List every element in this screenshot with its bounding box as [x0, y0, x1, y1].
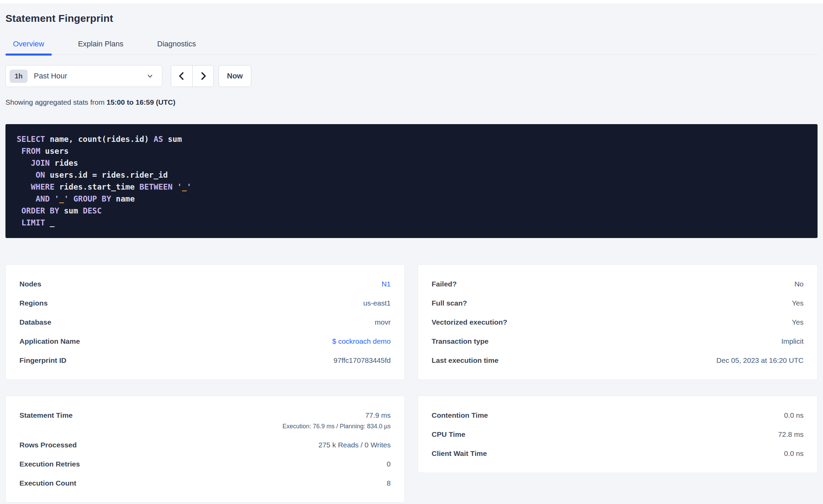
stat-label: Application Name	[19, 337, 80, 345]
stat-row: Transaction typeImplicit	[432, 337, 804, 345]
time-range-arrows	[171, 65, 214, 87]
stat-value: 72.8 ms	[778, 430, 804, 438]
next-range-button[interactable]	[192, 65, 213, 87]
stat-value-wrap: 0	[387, 460, 391, 468]
stat-subvalue: Execution: 76.9 ms / Planning: 834.0 µs	[282, 423, 391, 430]
time-range-value: Past Hour	[34, 72, 146, 80]
stat-row: Vectorized execution?Yes	[432, 318, 804, 326]
stat-value: us-east1	[363, 299, 391, 307]
stat-row: Full scan?Yes	[432, 299, 804, 307]
stat-label: Fingerprint ID	[19, 356, 66, 365]
sql-line: LIMIT _	[17, 217, 807, 229]
stat-value: Implicit	[781, 337, 804, 345]
statement-timing-card: Statement Time77.9 msExecution: 76.9 ms …	[5, 396, 405, 503]
stat-label: Failed?	[432, 280, 457, 288]
stat-label: Vectorized execution?	[432, 318, 507, 326]
stat-label: Transaction type	[432, 337, 489, 345]
stat-label: Execution Count	[19, 479, 76, 487]
stat-value-wrap: 275 k Reads / 0 Writes	[318, 441, 391, 449]
stat-row: Failed?No	[432, 280, 804, 288]
sql-statement-code: SELECT name, count(rides.id) AS sum FROM…	[17, 133, 807, 229]
stat-label: Rows Processed	[19, 441, 77, 449]
sql-line: ORDER BY sum DESC	[17, 205, 807, 217]
stat-row: NodesN1	[19, 280, 391, 288]
stat-row: Statement Time77.9 msExecution: 76.9 ms …	[19, 411, 391, 430]
stat-value-wrap: No	[794, 280, 804, 288]
stat-label: Execution Retries	[19, 460, 80, 468]
page-title: Statement Fingerprint	[5, 12, 818, 25]
stat-value: No	[794, 280, 804, 288]
stat-value-wrap: 97ffc170783445fd	[333, 356, 391, 365]
stat-value-wrap: Yes	[792, 299, 804, 307]
stat-value: 0.0 ns	[784, 449, 804, 457]
sql-statement-box: SELECT name, count(rides.id) AS sum FROM…	[5, 124, 818, 238]
stat-label: Full scan?	[432, 299, 467, 307]
summary-range: 15:00 to 16:59 (UTC)	[107, 98, 176, 106]
stat-label: Client Wait Time	[432, 449, 487, 458]
prev-range-button[interactable]	[171, 65, 192, 87]
statement-attributes-card: Failed?NoFull scan?YesVectorized executi…	[418, 264, 818, 380]
stat-value: 0.0 ns	[784, 411, 804, 419]
stat-label: Last execution time	[432, 356, 498, 365]
tab-overview[interactable]: Overview	[5, 35, 52, 55]
stat-row: Fingerprint ID97ffc170783445fd	[19, 356, 391, 365]
stat-row: CPU Time72.8 ms	[432, 430, 804, 439]
aggregated-stats-summary: Showing aggregated stats from 15:00 to 1…	[5, 98, 818, 106]
stat-value: 0	[387, 460, 391, 468]
sql-line: AND '_' GROUP BY name	[17, 193, 807, 205]
stat-value-wrap: 0.0 ns	[784, 449, 804, 458]
stat-value-wrap: 72.8 ms	[778, 430, 804, 439]
stat-label: Database	[19, 318, 51, 326]
stats-cards-grid: NodesN1Regionsus-east1DatabasemovrApplic…	[5, 264, 818, 503]
wait-times-card: Contention Time0.0 nsCPU Time72.8 msClie…	[418, 396, 818, 473]
stat-value-wrap: Yes	[792, 318, 804, 326]
stat-value: Yes	[792, 318, 804, 326]
chevron-down-icon	[146, 72, 154, 80]
stat-value: Dec 05, 2023 at 16:20 UTC	[716, 356, 804, 364]
stat-value-link[interactable]: N1	[381, 280, 391, 288]
stat-value: movr	[375, 318, 391, 326]
stat-row: Databasemovr	[19, 318, 391, 326]
summary-prefix: Showing aggregated stats from	[5, 98, 107, 106]
sql-line: SELECT name, count(rides.id) AS sum	[17, 133, 807, 145]
stat-value-wrap: N1	[381, 280, 391, 288]
stat-value-wrap: $ cockroach demo	[332, 337, 391, 345]
stat-value: 275 k Reads / 0 Writes	[318, 441, 391, 449]
stat-label: Regions	[19, 299, 48, 307]
stat-value-wrap: Dec 05, 2023 at 16:20 UTC	[716, 356, 804, 365]
stat-row: Regionsus-east1	[19, 299, 391, 307]
sql-line: FROM users	[17, 145, 807, 157]
stat-row: Rows Processed275 k Reads / 0 Writes	[19, 441, 391, 449]
sql-line: JOIN rides	[17, 157, 807, 169]
tab-explain-plans[interactable]: Explain Plans	[71, 35, 131, 55]
time-range-select[interactable]: 1h Past Hour	[5, 65, 162, 87]
stat-value-link[interactable]: $ cockroach demo	[332, 337, 391, 345]
stat-row: Contention Time0.0 ns	[432, 411, 804, 419]
stat-row: Client Wait Time0.0 ns	[432, 449, 804, 458]
stat-value-wrap: 77.9 msExecution: 76.9 ms / Planning: 83…	[282, 411, 391, 430]
stat-label: Statement Time	[19, 411, 73, 419]
sql-line: ON users.id = rides.rider_id	[17, 169, 807, 181]
stat-value-wrap: 0.0 ns	[784, 411, 804, 419]
stat-value: 77.9 ms	[365, 411, 391, 419]
stat-row: Last execution timeDec 05, 2023 at 16:20…	[432, 356, 804, 365]
statement-details-card: NodesN1Regionsus-east1DatabasemovrApplic…	[5, 264, 405, 380]
chevron-left-icon	[177, 71, 186, 81]
stat-value-wrap: movr	[375, 318, 391, 326]
time-range-badge: 1h	[10, 70, 28, 83]
stat-label: Contention Time	[432, 411, 488, 419]
stat-label: CPU Time	[432, 430, 465, 439]
stat-row: Execution Count8	[19, 479, 391, 487]
time-controls: 1h Past Hour Now	[5, 65, 818, 87]
tab-bar: Overview Explain Plans Diagnostics	[5, 35, 818, 55]
statement-fingerprint-page: Statement Fingerprint Overview Explain P…	[0, 12, 823, 503]
stat-value: Yes	[792, 299, 804, 307]
stat-row: Application Name$ cockroach demo	[19, 337, 391, 345]
top-strip	[0, 0, 823, 3]
stat-value-wrap: 8	[387, 479, 391, 487]
tab-diagnostics[interactable]: Diagnostics	[150, 35, 204, 55]
stat-row: Execution Retries0	[19, 460, 391, 468]
stat-value-wrap: us-east1	[363, 299, 391, 307]
now-button[interactable]: Now	[219, 65, 251, 87]
chevron-right-icon	[198, 71, 208, 81]
